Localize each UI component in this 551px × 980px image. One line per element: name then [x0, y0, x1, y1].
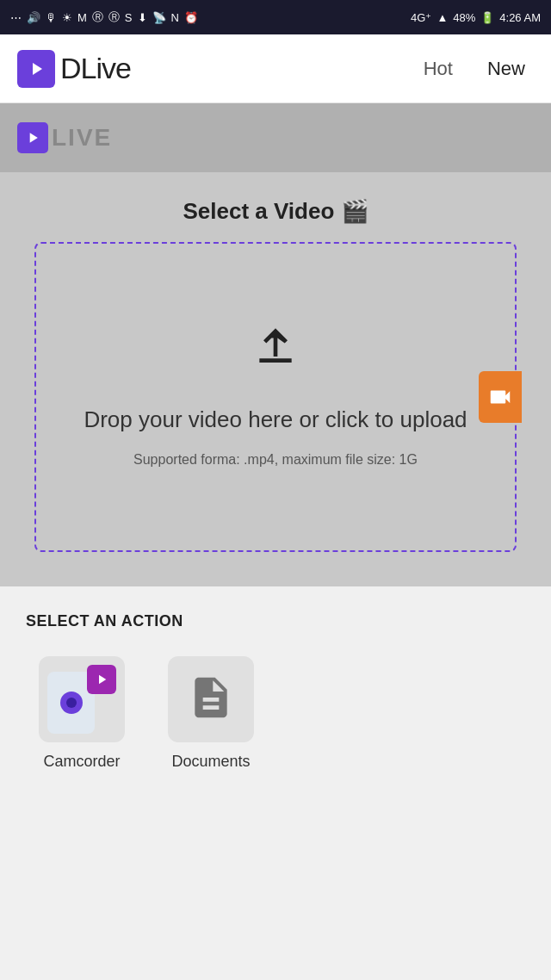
camcorder-button[interactable]: Camcorder: [26, 656, 138, 771]
arrow-up-icon: [251, 326, 300, 375]
banner-strip: LIVE: [0, 103, 551, 172]
upload-main-text: Drop your video here or click to upload: [84, 404, 467, 435]
app-icon-r2: Ⓡ: [108, 9, 120, 25]
logo-text: DLive: [60, 52, 131, 85]
banner-play-icon: [24, 129, 41, 146]
camcorder-label: Camcorder: [43, 753, 120, 771]
banner-logo-text: LIVE: [52, 124, 112, 152]
camcorder-lens: [60, 692, 83, 714]
cast-icon: 📡: [152, 11, 166, 24]
status-bar: ⋯ 🔊 🎙 ☀ M Ⓡ Ⓡ S ⬇ 📡 N ⏰ 4G⁺ ▲ 48% 🔋 4:26…: [0, 0, 551, 34]
doc-icon: [187, 673, 235, 725]
camcorder-composite: [47, 665, 116, 734]
camcorder-play-icon: [94, 672, 109, 687]
action-buttons: Camcorder Documents: [26, 656, 525, 771]
floating-camera-badge: [479, 371, 522, 423]
upload-sub-text: Supported forma: .mp4, maximum file size…: [133, 452, 418, 468]
volume-icon: 🔊: [27, 11, 40, 24]
camcorder-play-badge: [87, 665, 116, 694]
time-label: 4:26 AM: [499, 11, 541, 24]
play-icon: [26, 59, 46, 79]
banner-logo-icon: [17, 122, 48, 153]
upload-title: Select a Video 🎬: [34, 198, 517, 225]
action-section: SELECT AN ACTION: [0, 586, 551, 814]
main-content: LIVE Select a Video 🎬 Drop your video he…: [0, 103, 551, 586]
mic-icon: 🎙: [46, 11, 57, 24]
documents-icon-box: [168, 656, 254, 742]
banner-logo: LIVE: [17, 122, 112, 153]
battery-icon: 🔋: [480, 11, 494, 24]
upload-arrow-icon: [251, 326, 300, 378]
documents-button[interactable]: Documents: [155, 656, 267, 771]
app-icon-s: S: [125, 11, 133, 24]
app-header: DLive Hot New: [0, 34, 551, 103]
main-nav: Hot New: [424, 58, 525, 80]
app-icon-r1: Ⓡ: [92, 9, 103, 25]
document-icon: [187, 673, 235, 722]
logo-container: DLive: [17, 50, 424, 88]
camcorder-icon-box: [39, 656, 125, 742]
nav-hot[interactable]: Hot: [424, 58, 453, 80]
status-left-icons: ⋯ 🔊 🎙 ☀ M Ⓡ Ⓡ S ⬇ 📡 N ⏰: [10, 9, 198, 25]
documents-label: Documents: [171, 753, 250, 771]
battery-label: 48%: [453, 11, 475, 24]
nav-new[interactable]: New: [487, 58, 525, 80]
camcorder-lens-inner: [66, 698, 77, 708]
nfc-icon: N: [171, 11, 179, 24]
action-section-title: SELECT AN ACTION: [26, 612, 525, 630]
camera-badge-icon: [487, 384, 513, 410]
signal-icon: ▲: [436, 11, 448, 24]
menu-icon: ⋯: [10, 11, 22, 24]
lte-label: 4G⁺: [411, 11, 431, 24]
brightness-icon: ☀: [62, 11, 72, 24]
download-icon: ⬇: [138, 11, 147, 24]
upload-dropzone[interactable]: Drop your video here or click to upload …: [34, 242, 517, 552]
dlive-logo-icon: [17, 50, 55, 88]
upload-section: Select a Video 🎬 Drop your video here or…: [0, 172, 551, 586]
alarm-icon: ⏰: [184, 11, 198, 24]
gmail-icon: M: [77, 11, 87, 24]
status-right-icons: 4G⁺ ▲ 48% 🔋 4:26 AM: [411, 11, 541, 24]
